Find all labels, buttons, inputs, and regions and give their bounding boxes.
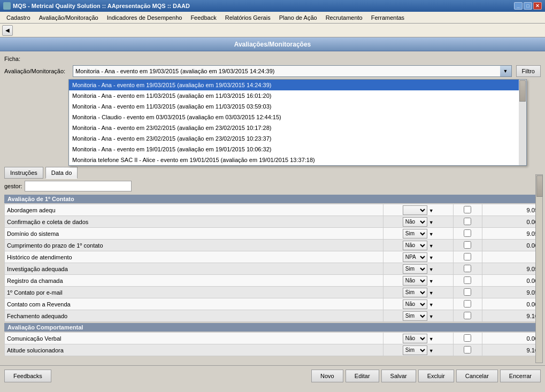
gestor-row: gestor: bbox=[4, 181, 541, 191]
dropdown-item-2[interactable]: Monitoria - Ana - evento em 11/03/2015 (… bbox=[69, 101, 526, 112]
eval-row: 1º Contato por e-mail Sim ▼ 9.05 bbox=[5, 287, 541, 298]
cancelar-button[interactable]: Cancelar bbox=[456, 370, 498, 382]
eval-select-5[interactable]: Sim bbox=[403, 264, 427, 274]
eval-check-5[interactable] bbox=[453, 263, 482, 275]
eval-checkbox-5[interactable] bbox=[464, 265, 471, 272]
behavioral-select-1[interactable]: Sim bbox=[403, 345, 427, 355]
feedbacks-button[interactable]: Feedbacks bbox=[4, 370, 51, 382]
maximize-button[interactable]: □ bbox=[524, 2, 532, 10]
excluir-button[interactable]: Excluir bbox=[418, 370, 454, 382]
minimize-button[interactable]: _ bbox=[514, 2, 523, 10]
eval-value-8[interactable]: Não ▼ bbox=[383, 298, 453, 310]
eval-value-5[interactable]: Sim ▼ bbox=[383, 263, 453, 275]
eval-select-9[interactable]: Sim bbox=[403, 311, 427, 321]
eval-label-0: Abordagem adequ bbox=[5, 204, 383, 216]
eval-select-0[interactable] bbox=[403, 205, 427, 215]
dropdown-item-5[interactable]: Monitoria - Ana - evento em 23/02/2015 (… bbox=[69, 133, 526, 144]
eval-value-6[interactable]: Não ▼ bbox=[383, 275, 453, 287]
eval-score-6: 0.00 bbox=[482, 275, 541, 287]
menu-recrutamento[interactable]: Recrutamento bbox=[321, 12, 367, 23]
main-scroll-thumb bbox=[536, 175, 543, 197]
eval-value-7[interactable]: Sim ▼ bbox=[383, 287, 453, 298]
eval-checkbox-9[interactable] bbox=[464, 312, 471, 319]
bottom-bar: Feedbacks Novo Editar Salvar Excluir Can… bbox=[0, 365, 545, 386]
eval-check-1[interactable] bbox=[453, 216, 482, 228]
eval-checkbox-2[interactable] bbox=[464, 229, 471, 237]
eval-check-8[interactable] bbox=[453, 298, 482, 310]
eval-check-9[interactable] bbox=[453, 310, 482, 322]
eval-select-7[interactable]: Sim bbox=[403, 288, 427, 297]
menu-indicadores[interactable]: Indicadores de Desempenho bbox=[103, 12, 187, 23]
behavioral-check-0[interactable] bbox=[453, 333, 482, 344]
eval-select-2[interactable]: Sim bbox=[403, 229, 427, 239]
eval-row: Investigação adequada Sim ▼ 9.05 bbox=[5, 263, 541, 275]
bottom-right: Novo Editar Salvar Excluir Cancelar Ence… bbox=[311, 370, 541, 382]
salvar-button[interactable]: Salvar bbox=[381, 370, 416, 382]
eval-checkbox-3[interactable] bbox=[464, 241, 471, 249]
behavioral-label-0: Comunicação Verbal bbox=[5, 333, 383, 344]
menu-plano-acao[interactable]: Plano de Ação bbox=[275, 12, 321, 23]
behavioral-checkbox-0[interactable] bbox=[464, 334, 471, 342]
dropdown-item-6[interactable]: Monitoria - Ana - evento em 19/01/2015 (… bbox=[69, 144, 526, 155]
menu-avaliacao[interactable]: Avaliação/Monitoração bbox=[35, 12, 103, 23]
tab-instrucoes[interactable]: Instruções bbox=[4, 167, 43, 179]
eval-checkbox-0[interactable] bbox=[464, 206, 471, 213]
avaliacao-input[interactable] bbox=[73, 65, 500, 77]
editar-button[interactable]: Editar bbox=[346, 370, 379, 382]
eval-select-6[interactable]: Não bbox=[403, 276, 427, 286]
dropdown-item-3[interactable]: Monitoria - Claudio - evento em 03/03/20… bbox=[69, 112, 526, 122]
eval-check-7[interactable] bbox=[453, 287, 482, 298]
eval-label-5: Investigação adequada bbox=[5, 263, 383, 275]
avaliacao-dropdown-arrow[interactable]: ▼ bbox=[500, 65, 512, 77]
menu-relatorios[interactable]: Relatórios Gerais bbox=[221, 12, 275, 23]
app-icon bbox=[3, 2, 11, 10]
eval-select-3[interactable]: Não bbox=[403, 241, 427, 250]
behavioral-check-1[interactable] bbox=[453, 344, 482, 356]
eval-check-4[interactable] bbox=[453, 251, 482, 263]
eval-checkbox-8[interactable] bbox=[464, 300, 471, 308]
dropdown-item-0[interactable]: Monitoria - Ana - evento em 19/03/2015 (… bbox=[69, 80, 526, 90]
eval-value-0[interactable]: ▼ bbox=[383, 204, 453, 216]
eval-value-4[interactable]: NPA ▼ bbox=[383, 251, 453, 263]
behavioral-value-0[interactable]: Não ▼ bbox=[383, 333, 453, 344]
behavioral-value-1[interactable]: Sim ▼ bbox=[383, 344, 453, 356]
eval-check-6[interactable] bbox=[453, 275, 482, 287]
eval-check-2[interactable] bbox=[453, 228, 482, 240]
eval-value-2[interactable]: Sim ▼ bbox=[383, 228, 453, 240]
toolbar: ◀ bbox=[0, 24, 545, 37]
eval-checkbox-6[interactable] bbox=[464, 276, 471, 284]
eval-check-3[interactable] bbox=[453, 240, 482, 251]
toolbar-nav-btn[interactable]: ◀ bbox=[2, 25, 13, 36]
menu-cadastro[interactable]: Cadastro bbox=[2, 12, 35, 23]
eval-select-1[interactable]: Não bbox=[403, 217, 427, 227]
eval-checkbox-7[interactable] bbox=[464, 288, 471, 296]
eval-value-9[interactable]: Sim ▼ bbox=[383, 310, 453, 322]
eval-check-0[interactable] bbox=[453, 204, 482, 216]
encerrar-button[interactable]: Encerrar bbox=[500, 370, 541, 382]
eval-label-7: 1º Contato por e-mail bbox=[5, 287, 383, 298]
eval-value-3[interactable]: Não ▼ bbox=[383, 240, 453, 251]
eval-checkbox-1[interactable] bbox=[464, 218, 471, 225]
dropdown-item-7[interactable]: Monitoria telefone SAC II - Alice - even… bbox=[69, 155, 526, 165]
behavioral-checkbox-1[interactable] bbox=[464, 346, 471, 353]
section2-title: Avaliação Comportamental bbox=[7, 324, 83, 330]
dropdown-scrollbar[interactable] bbox=[519, 80, 526, 165]
eval-select-4[interactable]: NPA bbox=[403, 252, 427, 262]
close-button[interactable]: ✕ bbox=[533, 2, 542, 10]
menu-feedback[interactable]: Feedback bbox=[186, 12, 220, 23]
gestor-input[interactable] bbox=[25, 181, 132, 191]
eval-score-9: 9.16 bbox=[482, 310, 541, 322]
tab-data[interactable]: Data do bbox=[45, 167, 78, 179]
behavioral-select-0[interactable]: Não bbox=[403, 334, 427, 343]
filtro-button[interactable]: Filtro bbox=[516, 65, 541, 77]
window-section-title: Avaliações/Monitorações bbox=[234, 41, 311, 48]
main-scrollbar[interactable] bbox=[535, 174, 543, 363]
novo-button[interactable]: Novo bbox=[311, 370, 343, 382]
menu-ferramentas[interactable]: Ferramentas bbox=[367, 12, 409, 23]
eval-value-1[interactable]: Não ▼ bbox=[383, 216, 453, 228]
eval-score-1: 0.00 bbox=[482, 216, 541, 228]
eval-select-8[interactable]: Não bbox=[403, 299, 427, 309]
dropdown-item-4[interactable]: Monitoria - Ana - evento em 23/02/2015 (… bbox=[69, 122, 526, 133]
dropdown-item-1[interactable]: Monitoria - Ana - evento em 11/03/2015 (… bbox=[69, 90, 526, 101]
eval-checkbox-4[interactable] bbox=[464, 253, 471, 260]
